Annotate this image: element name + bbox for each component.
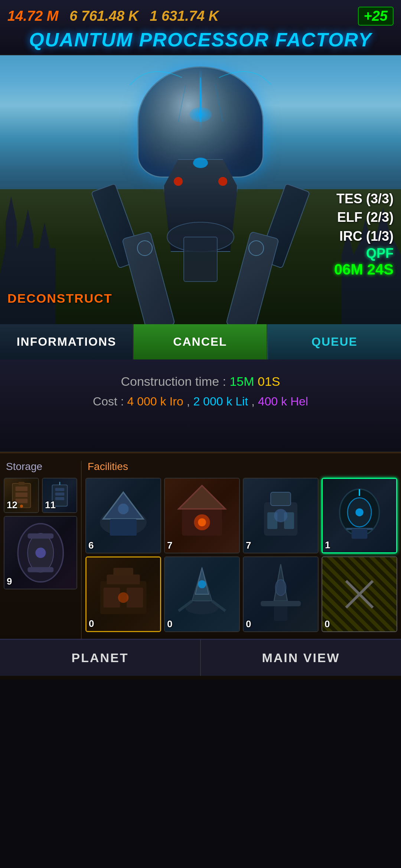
svg-rect-14 [18,482,24,485]
svg-rect-44 [352,529,368,539]
cost-lit: 2 000 k Lit [193,395,248,408]
time-seconds: 01S [258,374,280,388]
svg-rect-47 [113,568,133,576]
queue-button[interactable]: QUEUE [267,324,401,359]
informations-button[interactable]: INFORMATIONS [0,324,134,359]
svg-rect-1 [184,237,217,282]
action-row: INFORMATIONS CANCEL QUEUE [0,324,401,359]
storage-title: Storage [4,461,77,473]
svg-rect-23 [27,533,53,539]
fac-img-6 [165,557,239,631]
fac-item-6[interactable]: 0 [164,556,240,632]
svg-point-42 [355,508,363,516]
main-view-button[interactable]: MAIN VIEW [201,640,401,676]
storage-grid-top: 12 11 [4,478,77,513]
timer: 06M 24S [334,261,394,278]
planet-button[interactable]: PLANET [0,640,201,676]
facilities-title: Facilities [85,461,397,473]
storage-count-3: 9 [7,576,12,587]
fac-count-7: 0 [246,618,251,630]
svg-rect-12 [15,492,27,497]
fac-item-7[interactable]: 0 [243,556,319,632]
svg-point-2 [174,177,183,186]
resource-row: 14.72 M 6 761.48 K 1 631.74 K +25 [7,7,394,26]
svg-point-3 [218,177,227,186]
fac-item-4[interactable]: 1 [322,478,397,553]
svg-rect-49 [127,588,143,607]
stat-irc: IRC (1/3) [334,227,394,246]
resource-1: 14.72 M [7,8,58,24]
svg-line-6 [178,85,186,122]
construction-cost-line: Cost : 4 000 k Iro , 2 000 k Lit , 400 k… [11,395,390,408]
main-image-area: TES (3/3) ELF (2/3) IRC (1/3) QPF 06M 24… [0,55,401,359]
svg-point-38 [274,509,287,522]
fac-item-1[interactable]: 6 [85,478,161,553]
svg-point-33 [198,518,206,526]
bonus-badge: +25 [358,7,394,26]
resource-3: 1 631.74 K [150,8,219,24]
facilities-row-2: 0 0 [85,556,397,632]
svg-rect-48 [104,588,120,607]
overlay-info: TES (3/3) ELF (2/3) IRC (1/3) QPF 06M 24… [334,190,394,278]
storage-item-3[interactable]: 9 [4,516,77,589]
cost-iron: 4 000 k Iro [127,395,183,408]
fac-count-4: 1 [325,539,330,551]
svg-line-7 [215,85,223,122]
fac-img-5 [87,558,160,631]
time-label: Construction time : [121,374,226,388]
deconstruct-button[interactable]: DECONSTRUCT [7,291,113,306]
construction-time-line: Construction time : 15M 01S [11,374,390,389]
svg-rect-46 [107,575,140,585]
svg-point-25 [35,548,46,558]
fac-empty-icon [322,557,397,631]
fac-item-2[interactable]: 7 [164,478,240,553]
page-title: QUANTUM PROCESSOR FACTORY [7,29,394,51]
storage-grid-bottom: 9 [4,516,77,589]
cost-label: Cost : [93,395,124,408]
facilities-section: Facilities 6 [82,461,401,639]
storage-item-2[interactable]: 11 [42,478,77,513]
svg-rect-19 [55,497,64,500]
svg-point-50 [118,592,129,603]
top-header: 14.72 M 6 761.48 K 1 631.74 K +25 QUANTU… [0,0,401,55]
storage-section: Storage 12 [0,461,82,639]
fac-item-3[interactable]: 7 [243,478,319,553]
cost-hel: 400 k Hel [258,395,308,408]
construction-info: Construction time : 15M 01S Cost : 4 000… [0,359,401,452]
cancel-button[interactable]: CANCEL [134,324,267,359]
fac-count-2: 7 [167,540,172,551]
stat-elf: ELF (2/3) [334,208,394,227]
svg-point-9 [249,241,264,256]
storage-img-3 [4,517,76,589]
fac-img-4 [323,479,396,552]
svg-point-15 [20,504,23,507]
svg-point-8 [137,241,152,256]
fac-count-3: 7 [246,540,251,551]
fac-img-7 [244,557,318,631]
fac-count-8: 0 [325,618,330,630]
fac-item-5[interactable]: 0 [85,556,161,632]
svg-point-56 [198,580,206,588]
time-minutes: 15M [229,374,254,388]
svg-rect-24 [27,567,53,572]
svg-rect-17 [55,488,64,491]
bottom-nav: PLANET MAIN VIEW [0,639,401,676]
svg-point-29 [118,504,129,514]
stat-tes: TES (3/3) [334,190,394,208]
storage-count-1: 12 [7,499,17,511]
svg-rect-28 [110,519,137,536]
svg-rect-11 [15,486,27,491]
fac-count-1: 6 [88,540,94,551]
fac-img-2 [165,479,239,553]
svg-rect-59 [261,601,301,606]
facilities-row-1: 6 7 [85,478,397,553]
storage-count-2: 11 [45,499,56,511]
fac-count-6: 0 [167,618,172,630]
fac-item-8[interactable]: 0 [322,556,397,632]
fac-count-5: 0 [89,618,94,629]
storage-item-1[interactable]: 12 [4,478,39,513]
svg-marker-31 [179,486,225,509]
svg-rect-35 [271,492,291,506]
resource-2: 6 761.48 K [69,8,138,24]
fac-img-3 [244,479,318,553]
